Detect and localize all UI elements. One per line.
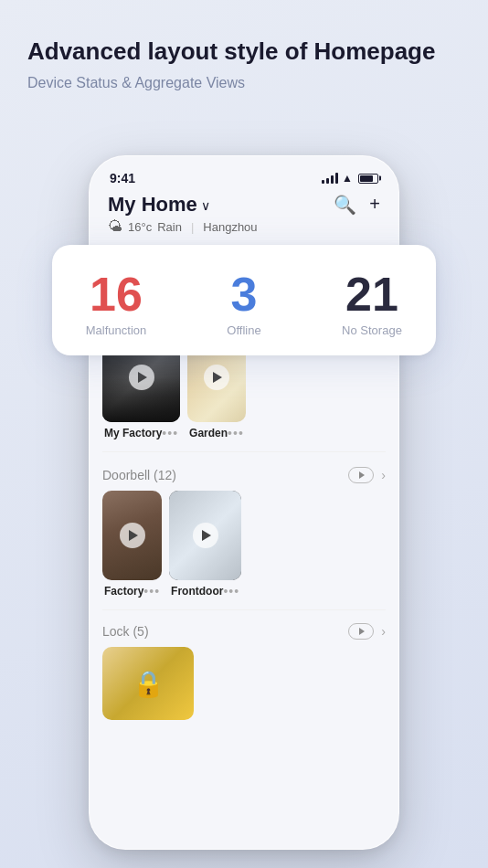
doorbell-item-frontdoor[interactable]: Frontdoor ••• xyxy=(169,491,241,598)
camera-more-garden[interactable]: ••• xyxy=(228,426,244,440)
lock-section-header: Lock (5) › xyxy=(102,623,386,640)
doorbell-thumb-frontdoor xyxy=(169,491,241,580)
header-actions: 🔍 + xyxy=(334,194,380,216)
section-divider-1 xyxy=(102,451,386,452)
doorbell-grid: Factory ••• Frontdoor xyxy=(102,491,386,598)
doorbell-section-title: Doorbell (12) xyxy=(102,468,176,482)
status-time: 9:41 xyxy=(110,171,135,185)
camera-label-row-garden: Garden ••• xyxy=(187,422,246,440)
page-background: Advanced layout style of Homepage Device… xyxy=(0,0,488,868)
doorbell-section-actions: › xyxy=(348,467,386,483)
lock-play-icon xyxy=(359,628,365,635)
search-icon[interactable]: 🔍 xyxy=(334,194,356,216)
weather-city: Hangzhou xyxy=(203,220,257,234)
lock-more-icon[interactable]: › xyxy=(381,624,386,639)
header-section: Advanced layout style of Homepage Device… xyxy=(0,0,488,110)
doorbell-more-icon[interactable]: › xyxy=(381,468,386,482)
phone-scroll-content: Camera (5) › xyxy=(90,298,398,849)
add-icon[interactable]: + xyxy=(369,194,380,216)
play-overlay-garden[interactable] xyxy=(204,365,229,390)
doorbell-more-factory[interactable]: ••• xyxy=(143,584,160,598)
lock-section: Lock (5) › 🔒 xyxy=(90,614,398,725)
stat-offline: 3 Offline xyxy=(180,270,308,337)
doorbell-item-factory[interactable]: Factory ••• xyxy=(102,491,162,598)
signal-icon xyxy=(322,173,338,184)
doorbell-name-frontdoor: Frontdoor xyxy=(171,585,223,598)
malfunction-label: Malfunction xyxy=(52,323,180,337)
doorbell-play-icon xyxy=(359,471,365,479)
home-selector[interactable]: My Home ∨ xyxy=(108,193,210,217)
play-overlay-factory[interactable] xyxy=(129,365,154,390)
doorbell-play-button[interactable] xyxy=(348,467,374,483)
no-storage-number: 21 xyxy=(308,270,436,318)
floating-stats-row: 16 Malfunction 3 Offline 21 No Storage xyxy=(52,270,436,337)
page-subtitle: Device Status & Aggregate Views xyxy=(27,75,461,91)
offline-number: 3 xyxy=(180,270,308,318)
status-bar: 9:41 ▲ xyxy=(90,156,398,189)
play-overlay-doorbell-factory[interactable] xyxy=(120,523,145,548)
doorbell-label-row-frontdoor: Frontdoor ••• xyxy=(169,580,241,598)
play-icon-factory xyxy=(138,372,147,383)
weather-condition: Rain xyxy=(157,220,182,234)
stat-malfunction: 16 Malfunction xyxy=(52,270,180,337)
lock-play-button[interactable] xyxy=(348,623,374,640)
home-title: My Home xyxy=(108,193,197,217)
wifi-icon: ▲ xyxy=(342,172,353,185)
lock-section-title: Lock (5) xyxy=(102,624,149,639)
lock-grid: 🔒 xyxy=(102,647,386,720)
malfunction-number: 16 xyxy=(52,270,180,318)
camera-name-garden: Garden xyxy=(189,427,228,439)
floating-stats-card: 16 Malfunction 3 Offline 21 No Storage xyxy=(52,245,436,355)
play-icon-frontdoor xyxy=(202,530,211,541)
doorbell-section-header: Doorbell (12) › xyxy=(102,467,386,483)
page-title: Advanced layout style of Homepage xyxy=(27,37,461,68)
play-icon-garden xyxy=(213,372,222,383)
battery-icon xyxy=(358,174,378,184)
doorbell-name-factory: Factory xyxy=(104,585,143,598)
play-icon-doorbell-factory xyxy=(129,530,138,541)
doorbell-thumb-factory xyxy=(102,491,162,580)
no-storage-label: No Storage xyxy=(308,323,436,337)
app-header: My Home ∨ 🔍 + xyxy=(90,189,398,217)
status-icons: ▲ xyxy=(322,172,378,185)
weather-row: 🌤 16°c Rain | Hangzhou xyxy=(90,217,398,242)
lock-section-actions: › xyxy=(348,623,386,640)
section-divider-2 xyxy=(102,609,386,610)
camera-name-factory: My Factory xyxy=(104,427,162,439)
doorbell-label-row-factory: Factory ••• xyxy=(102,580,162,598)
play-overlay-frontdoor[interactable] xyxy=(193,523,218,548)
weather-temp: 16°c xyxy=(128,220,152,234)
doorbell-more-frontdoor[interactable]: ••• xyxy=(223,584,239,598)
camera-label-row-factory: My Factory ••• xyxy=(102,422,180,440)
lock-thumb-1[interactable]: 🔒 xyxy=(102,647,194,720)
weather-divider: | xyxy=(191,220,194,234)
offline-label: Offline xyxy=(180,323,308,337)
chevron-down-icon: ∨ xyxy=(201,198,210,213)
stat-no-storage: 21 No Storage xyxy=(308,270,436,337)
doorbell-section: Doorbell (12) › xyxy=(90,456,398,606)
camera-more-factory[interactable]: ••• xyxy=(162,426,178,440)
weather-icon: 🌤 xyxy=(108,218,122,235)
